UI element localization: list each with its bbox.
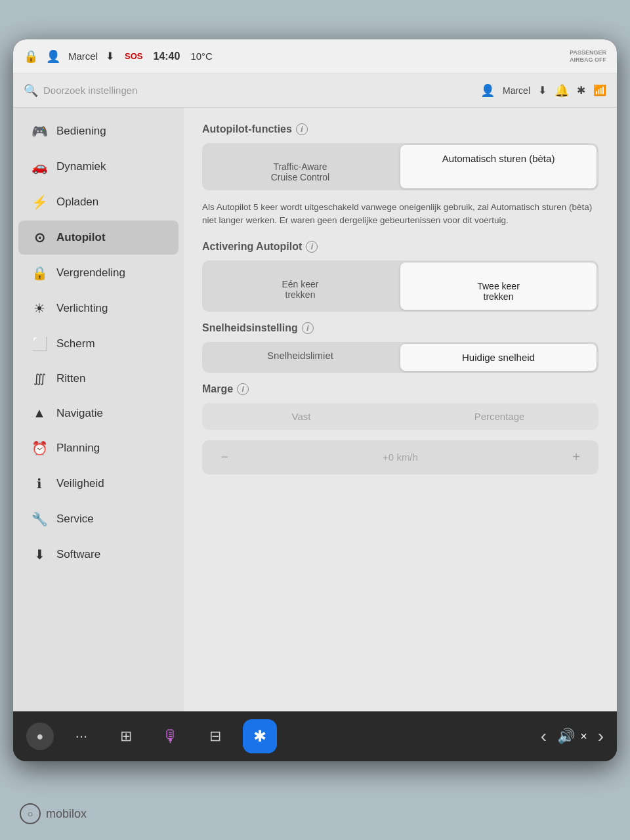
sidebar-label-ritten: Ritten <box>56 372 85 385</box>
watermark-logo: ○ <box>20 803 41 824</box>
autopilot-icon: ⊙ <box>32 230 47 245</box>
autopilot-functions-info-icon[interactable]: i <box>296 123 308 135</box>
volume-icon: 🔊 <box>557 728 575 745</box>
sidebar-label-navigatie: Navigatie <box>56 407 103 420</box>
toggle-current-speed[interactable]: Huidige snelheid <box>400 344 597 371</box>
taskbar-dashboard-button[interactable]: ⊞ <box>109 719 143 753</box>
service-icon: 🔧 <box>32 511 47 527</box>
sidebar-label-service: Service <box>56 513 94 526</box>
sidebar-label-bediening: Bediening <box>56 125 106 138</box>
sidebar-label-autopilot: Autopilot <box>56 231 106 244</box>
dots-icon: ··· <box>75 728 87 745</box>
status-bar: 🔒 👤 Marcel ⬇ SOS 14:40 10°C PASSENGER AI… <box>13 39 617 74</box>
search-icon: 🔍 <box>24 83 38 98</box>
sidebar-label-vergrendeling: Vergrendeling <box>56 266 125 280</box>
sidebar-item-ritten[interactable]: ∭ Ritten <box>18 362 178 395</box>
sidebar-item-dynamiek[interactable]: 🚗 Dynamiek <box>18 150 178 184</box>
volume-control[interactable]: 🔊 × <box>557 728 587 745</box>
activation-toggle[interactable]: Eén keer trekken Twee keer trekken <box>202 261 598 312</box>
search-input-area[interactable]: 🔍 Doorzoek instellingen <box>24 83 480 98</box>
sidebar-item-scherm[interactable]: ⬜ Scherm <box>18 327 178 361</box>
status-temp: 10°C <box>190 51 213 62</box>
sidebar-label-scherm: Scherm <box>56 337 95 350</box>
taskbar-bluetooth-button[interactable]: ✱ <box>243 719 277 753</box>
status-user: Marcel <box>68 51 98 62</box>
planning-icon: ⏰ <box>32 440 47 456</box>
dashboard-icon: ⊞ <box>120 728 132 745</box>
signal-icon: 📶 <box>593 84 606 96</box>
software-icon: ⬇ <box>32 547 47 562</box>
sidebar-item-planning[interactable]: ⏰ Planning <box>18 431 178 465</box>
sidebar-item-verlichting[interactable]: ☀ Verlichting <box>18 291 178 326</box>
status-time: 14:40 <box>153 51 180 62</box>
sos-label: SOS <box>125 51 142 61</box>
user-icon-search: 👤 <box>480 83 495 98</box>
toggle-cruise-control[interactable]: Traffic-Aware Cruise Control <box>202 143 398 190</box>
toggle-two-pull[interactable]: Twee keer trekken <box>400 262 597 310</box>
stepper-value-display: +0 km/h <box>236 452 564 463</box>
speed-toggle[interactable]: Snelheidslimiet Huidige snelheid <box>202 342 598 373</box>
autopilot-warning-text: Als Autopilot 5 keer wordt uitgeschakeld… <box>202 201 598 228</box>
search-user-name: Marcel <box>503 85 530 96</box>
sidebar-item-vergrendeling[interactable]: 🔒 Vergrendeling <box>18 256 178 290</box>
veiligheid-icon: ℹ <box>32 476 47 492</box>
taskbar-grid-button[interactable]: ⊟ <box>198 719 232 753</box>
taskbar-dots-button[interactable]: ··· <box>64 719 98 753</box>
sidebar-item-software[interactable]: ⬇ Software <box>18 537 178 572</box>
navigatie-icon: ▲ <box>32 406 47 421</box>
taskbar-home-button[interactable]: ● <box>26 723 54 750</box>
speed-stepper: − +0 km/h + <box>202 440 598 474</box>
bell-icon: 🔔 <box>555 83 569 98</box>
lock-icon: 🔒 <box>24 49 38 64</box>
marge-info-icon[interactable]: i <box>237 383 249 395</box>
chevron-left-icon[interactable]: ‹ <box>541 726 547 747</box>
volume-mute-icon: × <box>580 730 587 744</box>
status-bar-center: ⬇ SOS 14:40 10°C <box>106 50 213 62</box>
ritten-icon: ∭ <box>32 371 47 386</box>
toggle-vast[interactable]: Vast <box>202 403 400 430</box>
sidebar-label-opladen: Opladen <box>56 196 98 209</box>
vergrendeling-icon: 🔒 <box>32 265 47 281</box>
speed-info-icon[interactable]: i <box>302 322 314 334</box>
user-icon: 👤 <box>46 49 60 64</box>
toggle-percentage[interactable]: Percentage <box>400 403 598 430</box>
sidebar-label-verlichting: Verlichting <box>56 302 108 315</box>
home-icon: ● <box>37 730 44 744</box>
dynamiek-icon: 🚗 <box>32 159 47 175</box>
stepper-plus-button[interactable]: + <box>564 446 588 469</box>
passenger-airbag-badge: PASSENGER AIRBAG OFF <box>570 49 606 64</box>
status-bar-left: 🔒 👤 Marcel <box>24 49 98 64</box>
sidebar-item-autopilot[interactable]: ⊙ Autopilot <box>18 220 178 255</box>
watermark: ○ mobilox <box>20 803 87 824</box>
stepper-minus-button[interactable]: − <box>213 446 236 469</box>
sidebar-label-planning: Planning <box>56 442 100 455</box>
activation-info-icon[interactable]: i <box>306 241 318 253</box>
autopilot-functions-toggle[interactable]: Traffic-Aware Cruise Control Automatisch… <box>202 143 598 190</box>
sidebar-label-veiligheid: Veiligheid <box>56 477 104 490</box>
sidebar-item-bediening[interactable]: 🎮 Bediening <box>18 114 178 148</box>
bluetooth-icon: ✱ <box>577 84 585 96</box>
activation-autopilot-title: Activering Autopilot i <box>202 241 598 253</box>
sidebar-item-service[interactable]: 🔧 Service <box>18 502 178 536</box>
sidebar-item-veiligheid[interactable]: ℹ Veiligheid <box>18 467 178 501</box>
taskbar: ● ··· ⊞ 🎙 ⊟ ✱ ‹ <box>13 711 617 761</box>
marge-toggle[interactable]: Vast Percentage <box>202 403 598 430</box>
toggle-one-pull[interactable]: Eén keer trekken <box>202 261 398 312</box>
sidebar: 🎮 Bediening 🚗 Dynamiek ⚡ Opladen ⊙ Autop… <box>13 108 184 711</box>
toggle-speed-limit[interactable]: Snelheidslimiet <box>202 342 398 373</box>
bluetooth-taskbar-icon: ✱ <box>253 727 266 746</box>
chevron-right-icon[interactable]: › <box>598 726 604 747</box>
download-icon: ⬇ <box>106 50 114 62</box>
opladen-icon: ⚡ <box>32 194 47 210</box>
sidebar-item-opladen[interactable]: ⚡ Opladen <box>18 185 178 219</box>
verlichting-icon: ☀ <box>32 301 47 316</box>
main-content: 🎮 Bediening 🚗 Dynamiek ⚡ Opladen ⊙ Autop… <box>13 108 617 711</box>
taskbar-podcast-button[interactable]: 🎙 <box>154 719 188 753</box>
podcast-icon: 🎙 <box>162 726 179 747</box>
sidebar-item-navigatie[interactable]: ▲ Navigatie <box>18 396 178 430</box>
sidebar-label-software: Software <box>56 548 100 561</box>
toggle-autosteer[interactable]: Automatisch sturen (bèta) <box>400 145 597 188</box>
search-placeholder[interactable]: Doorzoek instellingen <box>43 85 137 96</box>
bediening-icon: 🎮 <box>32 123 47 139</box>
speed-setting-title: Snelheidsinstelling i <box>202 322 598 334</box>
